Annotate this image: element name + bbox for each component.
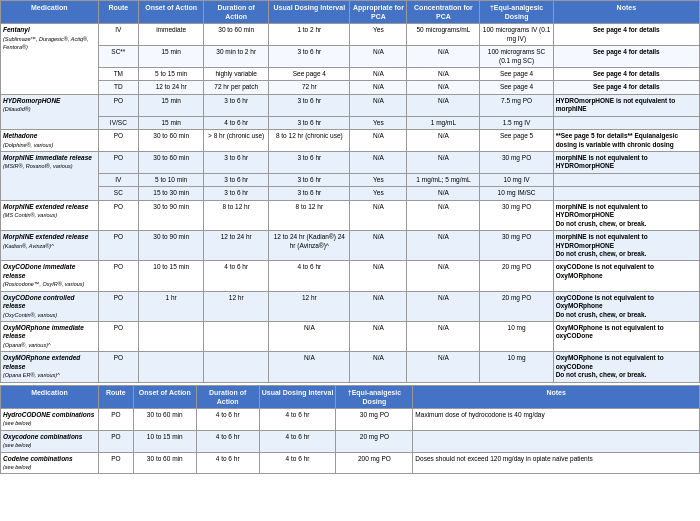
pca-kadian-po: N/A (350, 231, 407, 261)
duration-hydro-po: 3 to 6 hr (204, 94, 269, 116)
pca-morph-ir-po: N/A (350, 152, 407, 174)
interval-morph-ir-iv: 3 to 6 hr (269, 173, 350, 186)
interval-morph-ir-sc: 3 to 6 hr (269, 187, 350, 200)
table-header-row: Medication Route Onset of Action Duratio… (1, 1, 700, 24)
col2-interval: Usual Dosing Interval (259, 385, 336, 408)
route-meth-po: PO (98, 130, 139, 152)
med-hydromorphone: HYDRomorpHONE(Dilaudid®) (1, 94, 99, 129)
duration2-codeine-po: 4 to 6 hr (196, 452, 259, 474)
pca-meth-po: N/A (350, 130, 407, 152)
equi-kadian-po: 30 mg PO (480, 231, 553, 261)
table-row: OxyMORphone immediate release(Opana®, va… (1, 322, 700, 352)
onset-morph-ir-po: 30 to 60 min (139, 152, 204, 174)
med-oxymorphne-er: OxyMORphone extended release(Opana ER®, … (1, 352, 99, 382)
duration-oxym-ir-po (204, 322, 269, 352)
conc-mscontin-po: N/A (407, 200, 480, 230)
route-sc: SC** (98, 46, 139, 68)
duration-kadian-po: 12 to 24 hr (204, 231, 269, 261)
table-row: MorphINE extended release(MS Contin®, va… (1, 200, 700, 230)
duration-meth-po: > 8 hr (chronic use) (204, 130, 269, 152)
med-fentanyl: Fentanyl(Sublimaze™, Duragesic®, Actiq®,… (1, 24, 99, 95)
onset2-oxy-po: 10 to 15 min (133, 430, 196, 452)
conc-meth-po: N/A (407, 130, 480, 152)
interval-hydro-ivsc: 3 to 6 hr (269, 116, 350, 129)
equi-meth-po: See page 5 (480, 130, 553, 152)
col-pca: Appropriate for PCA (350, 1, 407, 24)
col2-medication: Medication (1, 385, 99, 408)
notes-kadian-po: morphINE is not equivalent to HYDROmorpH… (553, 231, 699, 261)
duration-morph-ir-sc: 3 to 6 hr (204, 187, 269, 200)
med-morphine-ir: MorphINE immediate release(MSIR®, Roxano… (1, 152, 99, 201)
equi-hydro-po: 7.5 mg PO (480, 94, 553, 116)
interval-iv: 1 to 2 hr (269, 24, 350, 46)
duration-morph-ir-iv: 3 to 6 hr (204, 173, 269, 186)
equi-morph-ir-sc: 10 mg IM/SC (480, 187, 553, 200)
pca-oxym-ir-po: N/A (350, 322, 407, 352)
notes2-hydro-po: Maximum dose of hydrocodone is 40 mg/day (413, 408, 700, 430)
conc-morph-ir-sc: N/A (407, 187, 480, 200)
equi-mscontin-po: 30 mg PO (480, 200, 553, 230)
med-morphine-er-kadian: MorphINE extended release(Kadian®, Avinz… (1, 231, 99, 261)
onset-morph-ir-iv: 5 to 10 min (139, 173, 204, 186)
onset2-hydro-po: 30 to 60 min (133, 408, 196, 430)
onset-hydro-ivsc: 15 min (139, 116, 204, 129)
route-oxy-cr-po: PO (98, 291, 139, 321)
interval-oxym-ir-po: N/A (269, 322, 350, 352)
med2-codeine: Codeine combinations(see below) (1, 452, 99, 474)
duration-td: 72 hr per patch (204, 81, 269, 94)
route-hydro-po: PO (98, 94, 139, 116)
med-morphine-er-mscontin: MorphINE extended release(MS Contin®, va… (1, 200, 99, 230)
equi2-oxy-po: 20 mg PO (336, 430, 413, 452)
col-route: Route (98, 1, 139, 24)
duration-oxy-ir-po: 4 to 6 hr (204, 261, 269, 291)
equi-td: See page 4 (480, 81, 553, 94)
pca-sc: N/A (350, 46, 407, 68)
med-oxycodone-cr: OxyCODone controlled release(OxyContin®,… (1, 291, 99, 321)
table-row: Fentanyl(Sublimaze™, Duragesic®, Actiq®,… (1, 24, 700, 46)
col-equi: †Equi-analgesic Dosing (480, 1, 553, 24)
conc-hydro-po: N/A (407, 94, 480, 116)
table-row: MorphINE immediate release(MSIR®, Roxano… (1, 152, 700, 174)
onset-oxym-ir-po (139, 322, 204, 352)
col-interval: Usual Dosing Interval (269, 1, 350, 24)
main-opioid-table: Medication Route Onset of Action Duratio… (0, 0, 700, 383)
interval-oxy-cr-po: 12 hr (269, 291, 350, 321)
col-onset: Onset of Action (139, 1, 204, 24)
route-oxym-ir-po: PO (98, 322, 139, 352)
route-morph-ir-iv: IV (98, 173, 139, 186)
notes-morph-ir-iv (553, 173, 699, 186)
pca-mscontin-po: N/A (350, 200, 407, 230)
duration-iv: 30 to 60 min (204, 24, 269, 46)
notes-oxy-ir-po: oxyCODone is not equivalent to OxyMORpho… (553, 261, 699, 291)
onset-sc: 15 min (139, 46, 204, 68)
notes-morph-ir-sc (553, 187, 699, 200)
interval-kadian-po: 12 to 24 hr (Kadian®) 24 hr (Avinza®)^ (269, 231, 350, 261)
interval2-hydro-po: 4 to 6 hr (259, 408, 336, 430)
route-tm: TM (98, 67, 139, 80)
col-conc: Concentration for PCA (407, 1, 480, 24)
pca-hydro-ivsc: Yes (350, 116, 407, 129)
col-medication: Medication (1, 1, 99, 24)
equi-oxym-er-po: 10 mg (480, 352, 553, 382)
interval-sc: 3 to 6 hr (269, 46, 350, 68)
duration-morph-ir-po: 3 to 6 hr (204, 152, 269, 174)
duration-tm: highly variable (204, 67, 269, 80)
notes-meth-po: **See page 5 for details** Equianalgesic… (553, 130, 699, 152)
duration2-hydro-po: 4 to 6 hr (196, 408, 259, 430)
notes-hydro-po: HYDROmorpHONE is not equivalent to morph… (553, 94, 699, 116)
table-row: HydroCODONE combinations(see below) PO 3… (1, 408, 700, 430)
table-row: IV/SC 15 min 4 to 6 hr 3 to 6 hr Yes 1 m… (1, 116, 700, 129)
route-oxy-ir-po: PO (98, 261, 139, 291)
notes-td: See page 4 for details (553, 81, 699, 94)
equi-oxym-ir-po: 10 mg (480, 322, 553, 352)
route2-codeine-po: PO (98, 452, 133, 474)
notes-sc: See page 4 for details (553, 46, 699, 68)
table-row: OxyCODone immediate release(Roxicodone™,… (1, 261, 700, 291)
notes-oxym-ir-po: OxyMORphone is not equivalent to oxyCODo… (553, 322, 699, 352)
conc-sc: N/A (407, 46, 480, 68)
onset-hydro-po: 15 min (139, 94, 204, 116)
med2-hydrocodone: HydroCODONE combinations(see below) (1, 408, 99, 430)
equi-tm: See page 4 (480, 67, 553, 80)
conc-oxy-ir-po: N/A (407, 261, 480, 291)
conc-kadian-po: N/A (407, 231, 480, 261)
